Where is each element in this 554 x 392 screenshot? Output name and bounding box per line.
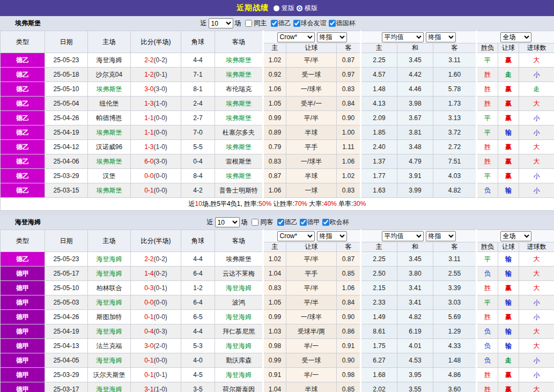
match-count-select[interactable]: 10 <box>215 217 240 227</box>
odds-stage-select[interactable]: 终指 <box>317 231 347 241</box>
handicap: 一/球半 <box>286 82 337 97</box>
col-header-avg-away: 客 <box>433 43 477 53</box>
score-cell: 0-1(0-0) <box>131 183 181 198</box>
result-handicap-value: 赢 <box>505 371 512 379</box>
home-team: 海登海姆 <box>97 299 122 306</box>
result-outcome: 负 <box>477 183 498 198</box>
scope-select[interactable]: 全场 <box>500 32 531 42</box>
average-select[interactable]: 平均值 <box>382 231 424 241</box>
col-header-avg-home: 主 <box>361 242 397 252</box>
home-team-cell: 帕德博恩 <box>88 111 131 125</box>
avg-away: 3.13 <box>433 111 477 125</box>
match-date: 25-04-26 <box>45 111 88 125</box>
col-header-away: 客场 <box>215 31 263 53</box>
odds-stage-select[interactable]: 终指 <box>426 32 456 42</box>
score-cell: 0-3(0-1) <box>131 281 181 295</box>
corner-cell: 4-4 <box>181 324 215 339</box>
league-checkbox[interactable] <box>271 20 278 27</box>
odds-away: 0.86 <box>337 324 361 339</box>
section-gap <box>0 211 554 215</box>
match-date: 25-04-06 <box>45 154 88 169</box>
result-goals: 大 <box>519 154 554 169</box>
avg-home: 2.15 <box>361 281 397 295</box>
odds-home: 0.83 <box>263 281 286 295</box>
halftime-score: (0-0) <box>154 129 167 136</box>
score-cell: 1-2(0-1) <box>131 68 181 82</box>
summary-segment: 30% <box>353 200 366 208</box>
same-venue-checkbox[interactable] <box>252 219 258 226</box>
same-venue-checkbox[interactable] <box>245 20 252 27</box>
league-checkbox[interactable] <box>322 219 329 226</box>
league-checkbox[interactable] <box>300 219 307 226</box>
result-outcome: 胜 <box>477 68 498 82</box>
average-select[interactable]: 平均值 <box>382 32 424 42</box>
odds-away: 0.90 <box>337 353 361 368</box>
scope-select[interactable]: 全场 <box>500 231 531 241</box>
odds-away: 0.84 <box>337 97 361 111</box>
avg-draw: 3.81 <box>397 125 433 140</box>
result-handicap-value: 输 <box>505 342 512 350</box>
away-team: 埃弗斯堡 <box>226 255 252 263</box>
result-goals-value: 大 <box>534 143 540 151</box>
result-outcome: 胜 <box>477 368 498 382</box>
col-header-home: 主场 <box>88 31 131 53</box>
odds-away: 0.84 <box>337 295 361 310</box>
score-cell: 6-0(3-0) <box>131 154 181 169</box>
match-row: 德乙25-05-04纽伦堡1-3(1-0)2-4埃弗斯堡1.05受半/一0.84… <box>1 97 554 111</box>
odds-away: 0.85 <box>337 382 361 392</box>
odds-away: 1.00 <box>337 125 361 140</box>
halftime-score: (0-3) <box>154 328 167 335</box>
result-outcome: 胜 <box>477 154 498 169</box>
bookmaker-select[interactable]: Crow* <box>277 231 315 241</box>
result-handicap-value: 赢 <box>505 172 512 180</box>
header-controls-row: 类型 日期 主场 比分(半场) 角球 客场 Crow*终指 平均值终指 全场 <box>1 230 554 242</box>
odds-stage-select[interactable]: 终指 <box>317 32 347 42</box>
score-cell: 0-0(0-0) <box>131 295 181 310</box>
result-handicap: 输 <box>498 267 519 281</box>
odds-home: 0.92 <box>263 68 286 82</box>
league-badge: 德甲 <box>1 339 45 353</box>
match-count-select[interactable]: 10 <box>209 18 233 28</box>
home-team-cell: 海登海姆 <box>88 252 131 267</box>
corner-cell: 0-4 <box>181 154 215 169</box>
handicap: 受一球 <box>286 68 337 82</box>
result-handicap: 赢 <box>498 281 519 295</box>
result-goals: 大 <box>519 97 554 111</box>
score-cell: 2-2(0-2) <box>131 252 181 267</box>
avg-home: 8.61 <box>361 324 397 339</box>
league-checkbox-label: 德国杯 <box>336 19 356 28</box>
result-goals-value: 小 <box>534 187 540 194</box>
home-team: 汉堡 <box>103 172 116 180</box>
avg-draw: 4.46 <box>397 82 433 97</box>
home-team: 埃弗斯堡 <box>97 129 122 136</box>
league-checkbox[interactable] <box>277 219 284 226</box>
home-team: 埃弗斯堡 <box>97 85 122 93</box>
odds-stage-select[interactable]: 终指 <box>426 231 456 241</box>
result-goals: 大 <box>519 53 554 68</box>
result-outcome: 平 <box>477 169 498 183</box>
league-checkbox[interactable] <box>329 20 336 27</box>
avg-draw: 4.42 <box>397 68 433 82</box>
home-team-cell: 纽伦堡 <box>88 97 131 111</box>
halftime-score: (1-0) <box>154 100 167 107</box>
home-team-cell: 海登海姆 <box>88 267 131 281</box>
vertical-layout-radio[interactable] <box>274 5 279 11</box>
handicap: 平手 <box>286 267 337 281</box>
match-row: 德乙25-04-06埃弗斯堡6-0(3-0)0-4雷根斯堡0.83一/球半1.0… <box>1 154 554 169</box>
fulltime-score: 2-2 <box>144 255 153 263</box>
handicap: 平/半 <box>286 281 337 295</box>
result-goals-value: 大 <box>534 255 540 263</box>
away-team: 海登海姆 <box>226 313 252 321</box>
avg-draw: 4.82 <box>397 310 433 324</box>
avg-home: 1.37 <box>361 154 397 169</box>
match-row: 德甲25-04-26斯图加特0-1(0-0)6-5海登海姆0.99一/球半0.9… <box>1 310 554 324</box>
home-team: 海登海姆 <box>97 56 122 64</box>
match-row: 德乙25-03-29汉堡0-0(0-0)8-4埃弗斯堡0.87半球1.021.7… <box>1 169 554 183</box>
horizontal-layout-radio[interactable] <box>297 5 302 11</box>
league-checkbox[interactable] <box>293 20 300 27</box>
result-outcome: 平 <box>477 125 498 140</box>
bookmaker-select[interactable]: Crow* <box>277 32 315 42</box>
matches-label: 场 <box>235 19 241 28</box>
result-outcome-value: 胜 <box>484 85 491 93</box>
odds-home: 1.06 <box>263 82 286 97</box>
